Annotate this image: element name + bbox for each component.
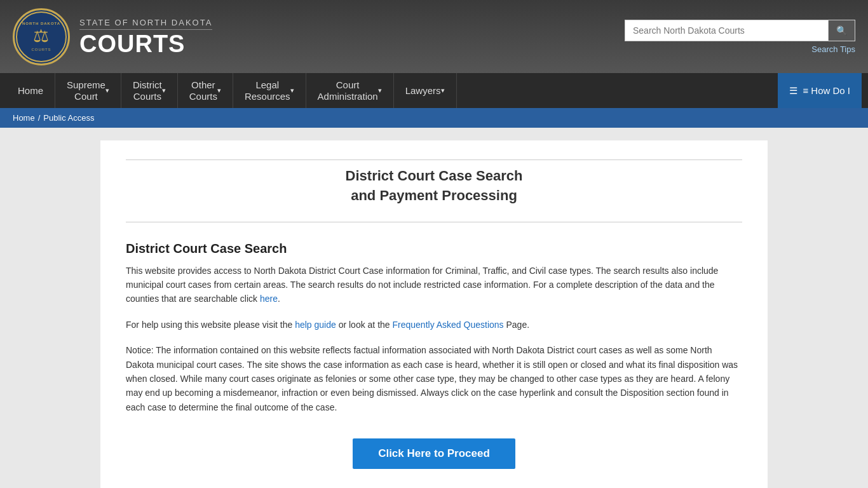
here-link[interactable]: here — [260, 294, 278, 304]
para1-text-start: This website provides access to North Da… — [126, 266, 718, 304]
proceed-button-wrapper: Click Here to Proceed — [126, 426, 742, 475]
site-title: STATE OF NORTH DAKOTA COURTS — [79, 18, 212, 56]
para2-text-end: Page. — [504, 320, 529, 330]
section-title: District Court Case Search — [126, 241, 742, 256]
nav-lawyers[interactable]: Lawyers — [394, 73, 457, 108]
search-tips-link[interactable]: Search Tips — [811, 44, 855, 54]
nav-other-courts[interactable]: OtherCourts — [178, 73, 233, 108]
logo-area: NORTH DAKOTA ⚖ COURTS STATE OF NORTH DAK… — [13, 8, 212, 65]
site-main-title: COURTS — [79, 32, 212, 56]
how-do-i-button[interactable]: ☰ ≡ How Do I — [778, 73, 862, 108]
paragraph-1: This website provides access to North Da… — [126, 264, 742, 306]
content-wrapper: District Court Case Searchand Payment Pr… — [0, 128, 868, 488]
seal-bottom-text: COURTS — [31, 48, 51, 51]
help-guide-link[interactable]: help guide — [295, 320, 336, 330]
main-navigation: Home SupremeCourt DistrictCourts OtherCo… — [0, 73, 868, 108]
scales-icon: ⚖ — [33, 25, 50, 46]
para1-text-end: . — [278, 294, 280, 304]
site-header: NORTH DAKOTA ⚖ COURTS STATE OF NORTH DAK… — [0, 0, 868, 73]
breadcrumb-separator: / — [38, 113, 41, 123]
site-subtitle: STATE OF NORTH DAKOTA — [79, 18, 212, 30]
paragraph-2: For help using this website please visit… — [126, 318, 742, 332]
para2-text-start: For help using this website please visit… — [126, 320, 295, 330]
breadcrumb-current: Public Access — [43, 113, 94, 123]
search-box-wrapper: 🔍 — [625, 20, 855, 41]
page-heading-wrapper: District Court Case Searchand Payment Pr… — [126, 159, 742, 222]
main-content: District Court Case Searchand Payment Pr… — [100, 140, 768, 488]
nav-supreme-court[interactable]: SupremeCourt — [55, 73, 121, 108]
search-area: 🔍 Search Tips — [625, 20, 855, 54]
nav-legal-resources[interactable]: LegalResources — [233, 73, 306, 108]
how-do-i-label: ≡ How Do I — [803, 85, 850, 96]
nav-district-courts[interactable]: DistrictCourts — [121, 73, 178, 108]
nav-court-administration[interactable]: CourtAdministration — [306, 73, 394, 108]
nd-seal: NORTH DAKOTA ⚖ COURTS — [13, 8, 70, 65]
faq-link[interactable]: Frequently Asked Questions — [392, 320, 503, 330]
search-input[interactable] — [625, 20, 828, 41]
breadcrumb-home[interactable]: Home — [13, 113, 35, 123]
page-heading: District Court Case Searchand Payment Pr… — [126, 166, 742, 206]
para2-text-mid: or look at the — [336, 320, 393, 330]
seal-inner: NORTH DAKOTA ⚖ COURTS — [16, 11, 67, 62]
breadcrumb: Home / Public Access — [0, 108, 868, 128]
paragraph-3: Notice: The information contained on thi… — [126, 343, 742, 414]
search-button[interactable]: 🔍 — [828, 20, 855, 41]
proceed-button[interactable]: Click Here to Proceed — [353, 438, 515, 469]
menu-icon: ☰ — [789, 85, 797, 97]
nav-home[interactable]: Home — [6, 73, 55, 108]
